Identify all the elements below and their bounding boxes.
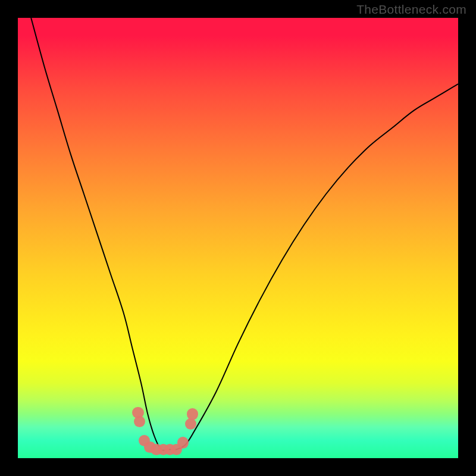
curve-path bbox=[31, 18, 458, 450]
chart-frame: TheBottleneck.com bbox=[0, 0, 476, 476]
watermark-text: TheBottleneck.com bbox=[356, 2, 466, 17]
plot-area bbox=[18, 18, 458, 458]
bottleneck-curve bbox=[18, 18, 458, 458]
data-marker bbox=[177, 437, 189, 448]
data-marker bbox=[187, 408, 198, 419]
data-marker bbox=[134, 416, 145, 427]
